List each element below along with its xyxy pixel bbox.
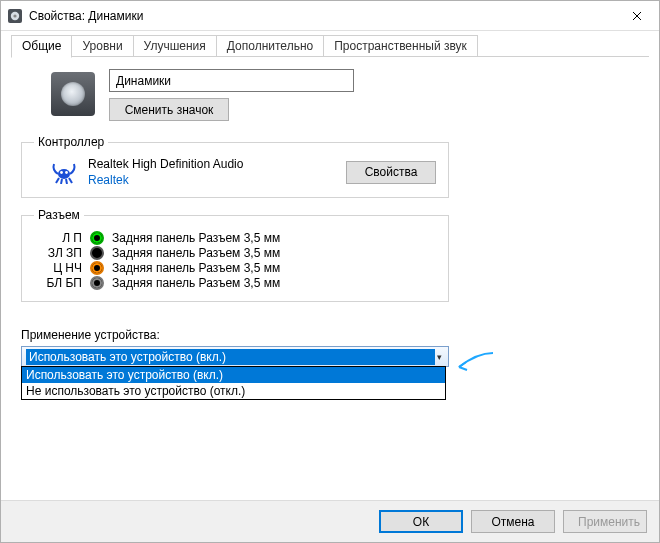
device-usage-option[interactable]: Использовать это устройство (вкл.) [22, 367, 445, 383]
device-usage-dropdown[interactable]: Использовать это устройство (вкл.) ▾ Исп… [21, 346, 449, 400]
realtek-icon [50, 158, 78, 186]
jack-label: БЛ БП [34, 276, 82, 290]
device-usage-selected: Использовать это устройство (вкл.) [26, 349, 435, 365]
jacks-legend: Разъем [34, 208, 84, 222]
tab-enhancements[interactable]: Улучшения [133, 35, 217, 57]
jack-desc: Задняя панель Разъем 3,5 мм [112, 231, 280, 245]
svg-point-5 [65, 171, 68, 174]
controller-name: Realtek High Definition Audio [88, 157, 336, 171]
jack-color-icon [90, 231, 104, 245]
jack-row: Ц НЧ Задняя панель Разъем 3,5 мм [34, 261, 436, 275]
jack-label: Ц НЧ [34, 261, 82, 275]
controller-legend: Контроллер [34, 135, 108, 149]
jack-desc: Задняя панель Разъем 3,5 мм [112, 276, 280, 290]
change-icon-button[interactable]: Сменить значок [109, 98, 229, 121]
tab-spatial[interactable]: Пространственный звук [323, 35, 478, 57]
jack-label: ЗЛ ЗП [34, 246, 82, 260]
tab-strip: Общие Уровни Улучшения Дополнительно Про… [1, 31, 659, 57]
controller-properties-button[interactable]: Свойства [346, 161, 436, 184]
annotation-arrow-icon [453, 351, 495, 381]
titlebar: Свойства: Динамики [1, 1, 659, 31]
cancel-button[interactable]: Отмена [471, 510, 555, 533]
device-icon [51, 72, 95, 116]
close-button[interactable] [614, 1, 659, 31]
svg-point-4 [60, 171, 63, 174]
jack-row: Л П Задняя панель Разъем 3,5 мм [34, 231, 436, 245]
svg-point-3 [58, 169, 70, 179]
tab-advanced[interactable]: Дополнительно [216, 35, 324, 57]
tab-levels[interactable]: Уровни [71, 35, 133, 57]
app-icon [7, 8, 23, 24]
device-name-input[interactable] [109, 69, 354, 92]
device-usage-list: Использовать это устройство (вкл.) Не ис… [21, 366, 446, 400]
jack-row: ЗЛ ЗП Задняя панель Разъем 3,5 мм [34, 246, 436, 260]
device-usage-label: Применение устройства: [21, 328, 639, 342]
tab-general[interactable]: Общие [11, 35, 72, 58]
window-title: Свойства: Динамики [29, 9, 143, 23]
jack-desc: Задняя панель Разъем 3,5 мм [112, 246, 280, 260]
svg-point-2 [13, 14, 16, 17]
apply-button[interactable]: Применить [563, 510, 647, 533]
controller-vendor-link[interactable]: Realtek [88, 173, 129, 187]
jack-desc: Задняя панель Разъем 3,5 мм [112, 261, 280, 275]
chevron-down-icon: ▾ [435, 352, 444, 362]
jack-label: Л П [34, 231, 82, 245]
tab-content-general: Сменить значок Контроллер Realtek [1, 57, 659, 410]
jack-row: БЛ БП Задняя панель Разъем 3,5 мм [34, 276, 436, 290]
ok-button[interactable]: ОК [379, 510, 463, 533]
controller-group: Контроллер Realtek High Definition Audio [21, 135, 449, 198]
jack-color-icon [90, 276, 104, 290]
device-usage-option[interactable]: Не использовать это устройство (откл.) [22, 383, 445, 399]
dialog-button-bar: ОК Отмена Применить [1, 500, 659, 542]
jacks-group: Разъем Л П Задняя панель Разъем 3,5 мм З… [21, 208, 449, 302]
jack-color-icon [90, 246, 104, 260]
jack-color-icon [90, 261, 104, 275]
